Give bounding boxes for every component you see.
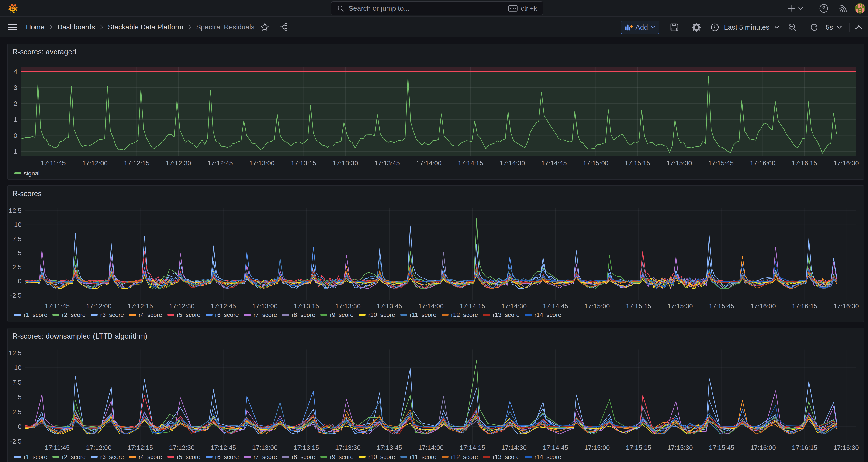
zoom-out-button[interactable] (788, 23, 797, 32)
legend-item-r13_score[interactable]: r13_score (483, 453, 520, 461)
x-axis-tick-label: 17:15:15 (626, 303, 651, 310)
x-axis-tick-label: 17:13:00 (249, 159, 275, 167)
chevron-right-icon (50, 25, 53, 30)
legend-item-r2_score[interactable]: r2_score (53, 311, 86, 318)
hamburger-icon (8, 24, 17, 31)
help-button[interactable] (819, 4, 828, 13)
x-axis-tick-label: 17:13:15 (294, 444, 319, 451)
breadcrumb-separator (188, 25, 191, 30)
legend-label: r13_score (493, 311, 520, 318)
legend-item-r1_score[interactable]: r1_score (14, 453, 47, 461)
legend-item-r3_score[interactable]: r3_score (91, 453, 124, 461)
share-button[interactable] (279, 23, 288, 31)
legend-item-r9_score[interactable]: r9_score (320, 311, 353, 318)
search-icon (337, 5, 344, 12)
x-axis-tick-label: 17:16:00 (750, 303, 776, 310)
x-axis-tick-label: 17:14:00 (416, 159, 441, 167)
breadcrumb-separator (100, 25, 103, 30)
legend-item-r5_score[interactable]: r5_score (167, 311, 200, 318)
y-axis-tick-label: -2.5 (10, 438, 22, 445)
x-axis-tick-label: 17:15:00 (583, 159, 609, 167)
legend-label: r3_score (100, 311, 124, 318)
news-button[interactable] (839, 4, 847, 12)
y-axis-tick-label: 0 (18, 423, 22, 430)
legend-swatch (244, 456, 251, 458)
legend-item-r14_score[interactable]: r14_score (525, 453, 561, 461)
x-axis-tick-label: 17:16:15 (792, 303, 817, 310)
breadcrumb-item-home[interactable]: Home (26, 23, 44, 31)
legend-swatch (91, 314, 98, 316)
legend-swatch (14, 456, 21, 458)
legend-item-r8_score[interactable]: r8_score (282, 453, 315, 461)
save-dashboard-button[interactable] (670, 23, 679, 32)
favorite-button[interactable] (260, 23, 269, 31)
time-series-chart[interactable]: 17:11:4517:12:0017:12:1517:12:3017:12:45… (8, 44, 864, 180)
legend-item-r7_score[interactable]: r7_score (244, 453, 277, 461)
clock-icon (711, 23, 719, 31)
panel-r-scores-downsampled: R-scores: downsampled (LTTB algorithm) 1… (7, 328, 864, 462)
y-axis-tick-label: 12.5 (9, 207, 22, 214)
x-axis-tick-label: 17:12:30 (169, 303, 194, 310)
legend-item-r8_score[interactable]: r8_score (282, 311, 315, 318)
legend-item-r12_score[interactable]: r12_score (441, 453, 478, 461)
legend-swatch (167, 314, 175, 316)
legend-item-r6_score[interactable]: r6_score (206, 453, 239, 461)
legend-swatch (525, 456, 532, 458)
breadcrumb-item-dashboards[interactable]: Dashboards (57, 23, 95, 31)
legend-item-r12_score[interactable]: r12_score (441, 311, 478, 318)
time-series-chart[interactable]: 17:11:4517:12:0017:12:1517:12:3017:12:45… (8, 186, 864, 322)
legend-item-r10_score[interactable]: r10_score (359, 311, 395, 318)
x-axis-tick-label: 17:13:45 (374, 159, 400, 167)
legend-item-r6_score[interactable]: r6_score (206, 311, 239, 318)
legend-item-r5_score[interactable]: r5_score (167, 453, 200, 461)
x-axis-tick-label: 17:15:00 (584, 303, 610, 310)
legend-label: r10_score (368, 311, 395, 318)
legend-swatch (400, 456, 407, 458)
search-minus-icon (788, 23, 797, 32)
legend-swatch (206, 314, 213, 316)
add-panel-button[interactable]: Add (621, 21, 659, 34)
legend-label: r5_score (177, 453, 200, 461)
dashboard-settings-button[interactable] (691, 22, 702, 32)
panel-r-scores: R-scores 17:11:4517:12:0017:12:1517:12:3… (7, 185, 864, 322)
keyboard-icon (508, 5, 518, 12)
collapse-toolbar-button[interactable] (855, 25, 862, 30)
legend-item-r3_score[interactable]: r3_score (91, 311, 124, 318)
search-input[interactable]: Search or jump to... ctrl+k (331, 1, 543, 16)
grafana-logo[interactable] (8, 3, 18, 13)
x-axis-tick-label: 17:11:45 (45, 444, 70, 451)
legend-swatch (441, 456, 448, 458)
time-series-chart[interactable]: 17:11:4517:12:0017:12:1517:12:3017:12:45… (8, 328, 864, 462)
legend-item-r11_score[interactable]: r11_score (400, 311, 436, 318)
x-axis-tick-label: 17:13:00 (252, 303, 278, 310)
legend-swatch (53, 456, 59, 458)
legend-item-r14_score[interactable]: r14_score (525, 311, 561, 318)
gear-icon (691, 22, 702, 32)
refresh-controls[interactable]: 5s (810, 23, 842, 32)
y-axis-tick-label: 7.5 (12, 379, 22, 386)
legend-item-r4_score[interactable]: r4_score (129, 453, 162, 461)
legend-item-signal[interactable]: signal (14, 170, 40, 177)
new-menu-button[interactable] (788, 4, 803, 12)
refresh-icon (810, 23, 818, 32)
legend-swatch (129, 314, 136, 316)
user-avatar[interactable] (855, 3, 865, 13)
y-axis-tick-label: 0 (18, 278, 22, 285)
legend-item-r9_score[interactable]: r9_score (320, 453, 353, 461)
legend-label: r5_score (177, 311, 200, 318)
legend-item-r4_score[interactable]: r4_score (129, 311, 162, 318)
legend-item-r1_score[interactable]: r1_score (14, 311, 47, 318)
legend-label: r14_score (534, 311, 561, 318)
x-axis-tick-label: 17:14:15 (460, 303, 485, 310)
legend-swatch (282, 314, 289, 316)
breadcrumb-item-stackable-data-platform[interactable]: Stackable Data Platform (108, 23, 183, 31)
x-axis-tick-label: 17:14:45 (541, 159, 567, 167)
menu-toggle-button[interactable] (8, 24, 17, 31)
legend-item-r10_score[interactable]: r10_score (359, 453, 395, 461)
legend-item-r13_score[interactable]: r13_score (483, 311, 520, 318)
x-axis-tick-label: 17:14:30 (501, 444, 527, 451)
time-range-picker[interactable]: Last 5 minutes (711, 23, 779, 31)
legend-item-r7_score[interactable]: r7_score (244, 311, 277, 318)
legend-item-r2_score[interactable]: r2_score (53, 453, 86, 461)
legend-item-r11_score[interactable]: r11_score (400, 453, 436, 461)
